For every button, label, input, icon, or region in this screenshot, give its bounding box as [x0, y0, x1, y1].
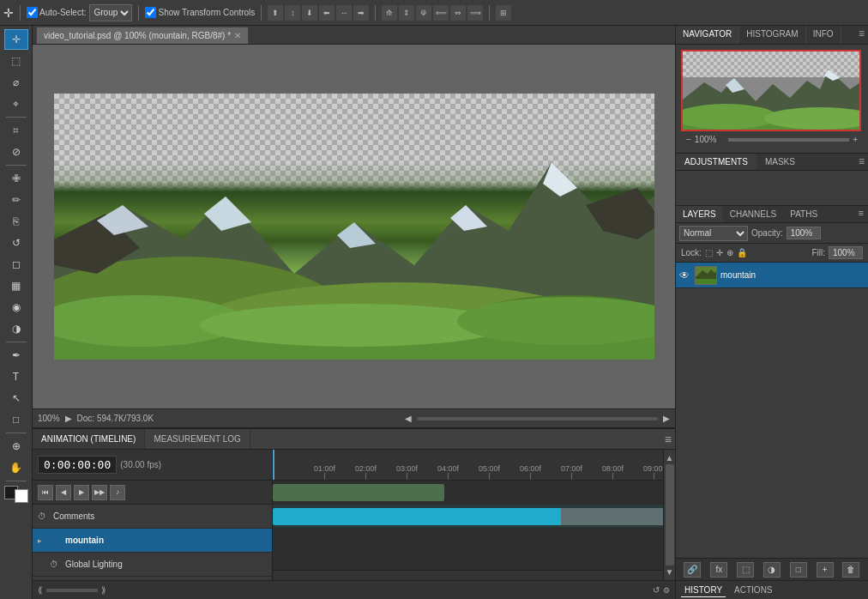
mountain-expand-icon[interactable]: ▸	[38, 536, 46, 545]
lock-pixels-icon[interactable]: ⬚	[705, 248, 713, 257]
step-back-btn[interactable]: ◀	[56, 485, 71, 500]
lock-position-icon[interactable]: ✛	[716, 248, 723, 257]
opacity-input[interactable]	[787, 227, 821, 239]
align-top-icon[interactable]: ⬆	[268, 5, 283, 21]
tool-type[interactable]: T	[4, 366, 28, 387]
tool-shape[interactable]: □	[4, 409, 28, 430]
tool-crop[interactable]: ⌗	[4, 120, 28, 141]
auto-select-checkbox[interactable]	[27, 7, 38, 18]
tool-blur[interactable]: ◉	[4, 297, 28, 318]
dist-right-icon[interactable]: ⟹	[467, 5, 483, 21]
tool-brush[interactable]: ✏	[4, 190, 28, 210]
new-layer-btn[interactable]: +	[817, 562, 834, 578]
adj-menu-btn[interactable]: ≡	[855, 154, 868, 170]
navigator-menu-btn[interactable]: ≡	[855, 26, 868, 44]
layer-item-mountain[interactable]: 👁 mountain	[676, 263, 868, 288]
play-btn[interactable]: ▶	[74, 485, 89, 500]
timeline-vscrollbar[interactable]	[666, 464, 674, 566]
align-left-icon[interactable]: ⬅	[319, 5, 335, 21]
dist-left-icon[interactable]: ⟸	[433, 5, 449, 21]
layers-menu-btn[interactable]: ≡	[854, 206, 868, 222]
move-tool-icon[interactable]: ✛	[3, 6, 14, 20]
tool-eraser[interactable]: ◻	[4, 254, 28, 275]
timeline-panel-menu[interactable]: ≡	[661, 433, 675, 446]
timeline-tab-measurement[interactable]: MEASUREMENT LOG	[145, 429, 250, 449]
tool-gradient[interactable]: ▦	[4, 275, 28, 296]
tool-path-selection[interactable]: ↖	[4, 388, 28, 408]
zoom-plus-btn[interactable]: +	[853, 135, 858, 144]
zoom-slider[interactable]	[728, 138, 849, 142]
background-color-swatch[interactable]	[15, 489, 28, 503]
rewind-start-btn[interactable]: ⏮	[38, 485, 53, 500]
timeline-layer-mountain[interactable]: ▸ mountain	[33, 529, 272, 553]
tool-history-brush[interactable]: ↺	[4, 233, 28, 253]
audio-btn[interactable]: ♪	[110, 485, 125, 500]
blend-mode-select[interactable]: Normal	[679, 226, 748, 241]
align-right-icon[interactable]: ➡	[353, 5, 369, 21]
tool-hand[interactable]: ✋	[4, 457, 28, 478]
lock-move-icon[interactable]: ⊕	[726, 248, 733, 257]
tab-histogram[interactable]: HISTOGRAM	[739, 26, 805, 44]
tab-masks[interactable]: MASKS	[756, 154, 804, 170]
timeline-settings-btn[interactable]: ⚙	[663, 586, 670, 595]
tab-channels[interactable]: CHANNELS	[723, 206, 783, 222]
tool-zoom[interactable]: ⊕	[4, 436, 28, 457]
layer-fx-btn[interactable]: fx	[710, 562, 727, 578]
tool-eyedropper[interactable]: ⊘	[4, 142, 28, 162]
tool-move[interactable]: ✛	[4, 29, 28, 50]
tab-paths[interactable]: PATHS	[783, 206, 824, 222]
adjustment-layer-btn[interactable]: ◑	[763, 562, 781, 578]
mountain-bar[interactable]	[273, 508, 663, 525]
tool-marquee[interactable]: ⬚	[4, 51, 28, 71]
link-layers-btn[interactable]: 🔗	[684, 562, 701, 578]
align-hcenter-icon[interactable]: ↔	[336, 5, 352, 21]
auto-select-dropdown[interactable]: Group	[89, 4, 132, 21]
dist-vcenter-icon[interactable]: ⇕	[399, 5, 414, 21]
tool-dodge[interactable]: ◑	[4, 318, 28, 339]
timeline-tab-animation[interactable]: ANIMATION (TIMELINE)	[33, 429, 145, 449]
dist-hcenter-icon[interactable]: ⇔	[450, 5, 466, 21]
timeline-layer-comments[interactable]: ⏱ Comments	[33, 505, 272, 529]
new-group-btn[interactable]: □	[790, 562, 807, 578]
canvas-area[interactable]	[33, 45, 675, 408]
timeline-scrollbar[interactable]	[273, 570, 663, 580]
tab-navigator[interactable]: NAVIGATOR	[676, 26, 739, 44]
tab-actions[interactable]: ACTIONS	[731, 584, 775, 596]
tab-history[interactable]: HISTORY	[681, 584, 726, 597]
dist-bottom-icon[interactable]: ⟱	[416, 5, 431, 21]
tool-lasso[interactable]: ⌀	[4, 72, 28, 93]
align-bottom-icon[interactable]: ⬇	[302, 5, 317, 21]
h-scrollbar-track[interactable]	[417, 417, 658, 421]
add-mask-btn[interactable]: ⬚	[737, 562, 754, 578]
comments-bar[interactable]	[273, 484, 444, 501]
timeline-zoom-slider[interactable]	[46, 589, 98, 592]
show-transform-checkbox[interactable]	[145, 7, 156, 18]
tool-heal[interactable]: ✙	[4, 168, 28, 189]
step-forward-btn[interactable]: ▶▶	[92, 485, 107, 500]
timeline-scroll-down[interactable]: ▼	[666, 567, 674, 577]
playhead[interactable]	[273, 450, 274, 480]
scroll-left-btn[interactable]: ◀	[405, 414, 412, 423]
status-arrow-btn[interactable]: ▶	[65, 414, 72, 423]
tab-layers[interactable]: LAYERS	[676, 206, 723, 222]
document-tab-main[interactable]: video_tutorial.psd @ 100% (mountain, RGB…	[36, 27, 249, 44]
tool-clone[interactable]: ⎘	[4, 211, 28, 232]
timeline-layer-lighting[interactable]: ⏱ Global Lighting	[33, 553, 272, 577]
auto-align-icon[interactable]: ⊞	[496, 5, 511, 21]
delete-layer-btn[interactable]: 🗑	[842, 562, 859, 578]
fill-input[interactable]	[829, 246, 863, 259]
zoom-minus-btn[interactable]: −	[686, 135, 691, 144]
layer-vis-icon[interactable]: 👁	[679, 269, 691, 281]
tool-pen[interactable]: ✒	[4, 345, 28, 366]
timeline-zoom-in[interactable]: ⟫	[101, 585, 106, 595]
align-vcenter-icon[interactable]: ↕	[285, 5, 300, 21]
dist-top-icon[interactable]: ⟰	[382, 5, 397, 21]
tool-magic-wand[interactable]: ⌖	[4, 94, 28, 114]
tab-close-btn[interactable]: ✕	[234, 31, 241, 40]
loop-btn[interactable]: ↺	[653, 585, 660, 595]
timeline-zoom-out[interactable]: ⟪	[38, 585, 43, 595]
tab-adjustments[interactable]: ADJUSTMENTS	[676, 154, 756, 170]
tab-info[interactable]: INFO	[806, 26, 841, 44]
timeline-scroll-up[interactable]: ▲	[666, 453, 674, 463]
lock-all-icon[interactable]: 🔒	[737, 248, 747, 257]
